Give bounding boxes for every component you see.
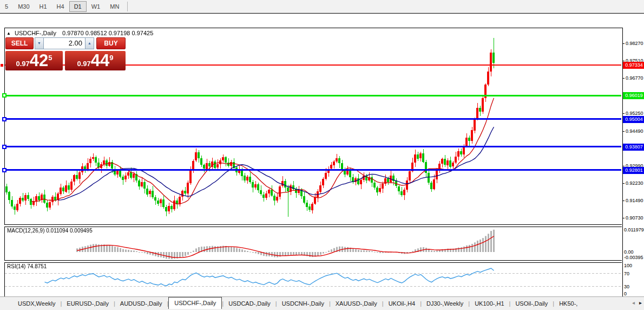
price-axis-tick bbox=[622, 43, 625, 44]
sell-price-pip: 5 bbox=[48, 54, 52, 62]
timeframe-toolbar: 5M30H1H4D1W1MN bbox=[0, 0, 644, 14]
price-badge-0.96019: 0.96019 bbox=[623, 92, 644, 99]
chart-title: ▲ USDCHF-,Daily 0.97870 0.98512 0.97198 … bbox=[6, 30, 153, 36]
timeframe-button-h4[interactable]: H4 bbox=[52, 1, 69, 12]
price-axis-label: 0.92230 bbox=[626, 180, 643, 186]
price-badge-0.93807: 0.93807 bbox=[623, 144, 644, 151]
chart-tab-uk100h1[interactable]: UK100-,H1 bbox=[470, 299, 509, 308]
timeframe-button-d1[interactable]: D1 bbox=[69, 1, 87, 12]
tab-scroll-right-icon[interactable]: ▸ bbox=[639, 300, 642, 306]
price-axis-tick bbox=[622, 78, 625, 79]
timeframe-button-5[interactable]: 5 bbox=[0, 1, 13, 12]
buy-price-main: 44 bbox=[91, 53, 109, 69]
price-hline-0.93807[interactable] bbox=[5, 146, 621, 147]
hline-left-marker bbox=[1, 64, 3, 67]
price-axis-label: 0.94490 bbox=[626, 128, 643, 134]
rsi-axis-label: 100 bbox=[624, 263, 632, 268]
chart-tab-usdchfdaily[interactable]: USDCHF-,Daily bbox=[168, 297, 222, 309]
chart-tab-hk50[interactable]: HK50-, bbox=[554, 299, 582, 308]
price-hline-0.95004[interactable] bbox=[5, 118, 621, 120]
rsi-axis-label: 70 bbox=[624, 271, 629, 276]
tab-scroll-left-icon[interactable]: ◂ bbox=[632, 300, 635, 306]
sell-price-main: 42 bbox=[30, 53, 48, 69]
buy-button[interactable]: BUY bbox=[96, 37, 126, 49]
chart-symbol-label: USDCHF-,Daily bbox=[15, 30, 56, 36]
chart-ohlc-values: 0.97870 0.98512 0.97198 0.97425 bbox=[62, 30, 153, 36]
price-axis-tick bbox=[622, 183, 625, 184]
timeframe-button-w1[interactable]: W1 bbox=[87, 1, 106, 12]
chart-tab-audusddaily[interactable]: AUDUSD-,Daily bbox=[115, 299, 167, 308]
chart-tab-ukoilh4[interactable]: UKOil-,H4 bbox=[384, 299, 420, 308]
price-badge-0.92801: 0.92801 bbox=[623, 167, 644, 174]
hline-left-marker bbox=[2, 168, 6, 172]
chart-tab-usdxweekly[interactable]: USDX,Weekly bbox=[13, 299, 60, 308]
price-axis-tick bbox=[622, 218, 625, 218]
price-badge-0.95004: 0.95004 bbox=[623, 116, 644, 123]
sell-price-prefix: 0.97 bbox=[16, 60, 29, 68]
price-badge-0.97334: 0.97334 bbox=[623, 62, 644, 69]
buy-price-button[interactable]: 0.97449 bbox=[65, 51, 126, 70]
buy-price-pip: 9 bbox=[109, 54, 113, 62]
timeframe-button-mn[interactable]: MN bbox=[105, 1, 124, 12]
chart-tab-eurusddaily[interactable]: EURUSD-,Daily bbox=[62, 299, 114, 308]
chart-window: 0.982700.975100.967700.952500.944900.929… bbox=[0, 13, 644, 297]
macd-axis-label: 0.00 bbox=[624, 249, 634, 255]
buy-price-prefix: 0.97 bbox=[77, 60, 90, 68]
rsi-axis-label: 30 bbox=[624, 284, 629, 289]
price-axis-tick bbox=[622, 166, 625, 166]
volume-input[interactable]: 2.00 bbox=[44, 37, 85, 49]
price-hline-0.96019[interactable] bbox=[5, 95, 621, 96]
rsi-label: RSI(14) 74.8751 bbox=[7, 263, 47, 269]
macd-axis-label: -0.00395 bbox=[624, 255, 643, 260]
volume-stepper: ▼ 2.00 ▲ bbox=[35, 37, 94, 49]
price-axis-tick bbox=[622, 201, 625, 201]
chart-collapse-icon[interactable]: ▲ bbox=[6, 31, 11, 36]
sell-button[interactable]: SELL bbox=[5, 37, 34, 49]
mt4-terminal: 5M30H1H4D1W1MN 0.982700.975100.967700.95… bbox=[0, 0, 644, 310]
price-axis-label: 0.96770 bbox=[626, 75, 643, 81]
hline-left-marker bbox=[2, 117, 6, 121]
hline-left-marker bbox=[2, 93, 6, 98]
price-axis-tick bbox=[622, 131, 625, 132]
rsi-axis-label: 0 bbox=[624, 291, 627, 296]
timeframe-button-h1[interactable]: H1 bbox=[35, 1, 52, 12]
volume-increase-button[interactable]: ▲ bbox=[85, 37, 94, 49]
macd-axis-label: 0.011979 bbox=[624, 227, 644, 232]
price-axis-tick bbox=[622, 113, 625, 114]
price-axis-tick bbox=[622, 61, 625, 61]
chart-tab-bar: USDX,Weekly|EURUSD-,Daily|AUDUSD-,Daily|… bbox=[0, 296, 644, 310]
macd-pane-canvas[interactable] bbox=[5, 227, 622, 260]
hline-left-marker bbox=[2, 145, 6, 149]
timeframe-button-m30[interactable]: M30 bbox=[13, 1, 34, 12]
chart-tab-usdcaddaily[interactable]: USDCAD-,Daily bbox=[224, 299, 275, 308]
sell-price-button[interactable]: 0.97425 bbox=[5, 51, 63, 70]
one-click-trading-widget: SELL ▼ 2.00 ▲ BUY 0.97425 0.97449 bbox=[4, 37, 127, 71]
price-axis-label: 0.91490 bbox=[626, 198, 643, 203]
price-axis-label: 0.95250 bbox=[626, 111, 643, 116]
toolbar-separator bbox=[127, 2, 128, 11]
volume-decrease-button[interactable]: ▼ bbox=[35, 37, 44, 49]
price-hline-0.92801[interactable] bbox=[5, 169, 621, 171]
chart-tab-usoildaily[interactable]: USOil-,Daily bbox=[510, 299, 553, 308]
price-axis-label: 0.98270 bbox=[626, 41, 643, 46]
rsi-pane-canvas[interactable] bbox=[5, 262, 622, 296]
macd-label: MACD(12,26,9) 0.011094 0.009495 bbox=[7, 228, 93, 234]
chart-tab-dj30weekly[interactable]: DJ30-,Weekly bbox=[422, 299, 468, 308]
chart-tab-usdcnhdaily[interactable]: USDCNH-,Daily bbox=[277, 299, 329, 308]
chart-tab-xauusddaily[interactable]: XAUUSD-,Daily bbox=[331, 299, 382, 308]
price-axis-label: 0.90730 bbox=[626, 215, 643, 221]
